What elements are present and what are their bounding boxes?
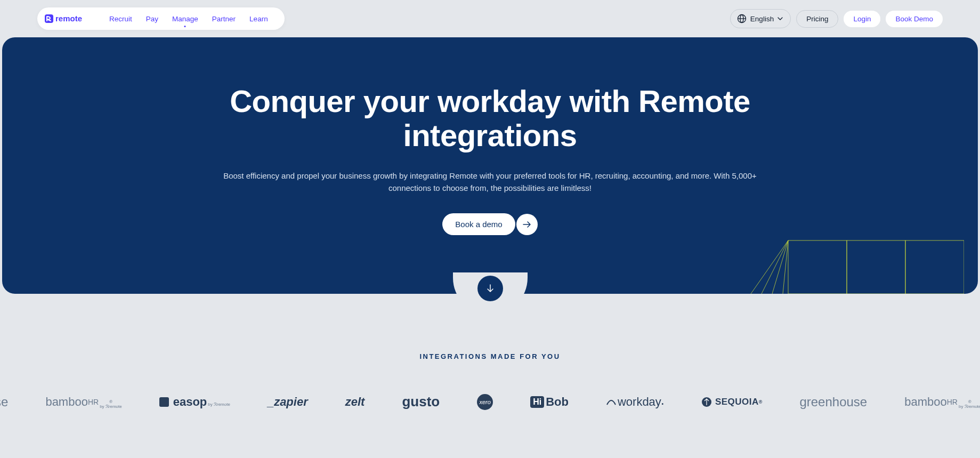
integrations-section: INTEGRATIONS MADE FOR YOU housebambooHR®…	[0, 294, 980, 431]
partner-logo-xero: xero	[477, 394, 493, 410]
svg-line-11	[783, 240, 788, 294]
language-label: English	[750, 15, 774, 23]
partner-logo-sequoia: SEQUOIA®	[701, 397, 763, 407]
book-a-demo-button[interactable]: Book a demo	[442, 213, 515, 235]
partner-logo-zelt: zelt	[345, 395, 365, 409]
arrow-right-icon	[523, 221, 531, 228]
hero-section: Conquer your workday with Remote integra…	[2, 37, 978, 294]
partner-logo-gusto: gusto	[402, 393, 440, 410]
integrations-heading: INTEGRATIONS MADE FOR YOU	[0, 352, 980, 360]
nav-item-pay[interactable]: Pay	[139, 15, 165, 23]
svg-line-9	[762, 240, 788, 294]
svg-rect-6	[847, 240, 905, 294]
header-left-pill: remote RecruitPayManagePartnerLearn	[37, 7, 285, 30]
svg-rect-7	[905, 240, 964, 294]
nav-item-manage[interactable]: Manage	[165, 15, 205, 23]
nav-item-learn[interactable]: Learn	[242, 15, 275, 23]
logo-strip: housebambooHR®by ℛremoteeasopby ℛremote_…	[0, 360, 980, 410]
language-selector[interactable]: English	[730, 9, 791, 28]
partner-logo-hibob: HiBob	[530, 395, 569, 409]
header: remote RecruitPayManagePartnerLearn Engl…	[0, 0, 980, 37]
partner-logo-easop: easopby ℛremote	[159, 395, 230, 409]
partner-logo-workday: workday.	[606, 395, 664, 409]
hero-section-wrap: Conquer your workday with Remote integra…	[0, 37, 980, 294]
hero-decoration	[735, 187, 964, 294]
nav-item-recruit[interactable]: Recruit	[102, 15, 139, 23]
svg-rect-5	[788, 240, 847, 294]
cta-arrow-button[interactable]	[516, 214, 538, 235]
nav-item-partner[interactable]: Partner	[205, 15, 242, 23]
partner-logo-greenhouse: greenhouse	[799, 395, 867, 409]
chevron-down-icon	[777, 17, 783, 20]
scroll-down-button[interactable]	[477, 276, 503, 301]
partner-logo-zapier: _zapier	[268, 395, 308, 409]
svg-rect-12	[159, 397, 169, 407]
partner-logo-bamboohr: bambooHR®by ℛremote	[45, 395, 122, 409]
pricing-button[interactable]: Pricing	[796, 10, 838, 28]
arrow-down-icon	[487, 284, 494, 293]
nav: RecruitPayManagePartnerLearn	[97, 7, 285, 30]
globe-icon	[737, 14, 747, 23]
logo[interactable]: remote	[37, 7, 97, 30]
login-button[interactable]: Login	[844, 11, 880, 27]
svg-line-8	[751, 240, 788, 294]
hero-title: Conquer your workday with Remote integra…	[218, 84, 762, 152]
svg-line-10	[772, 240, 788, 294]
book-demo-button[interactable]: Book Demo	[886, 11, 943, 27]
partner-logo-house: house	[0, 395, 8, 409]
svg-text:remote: remote	[55, 14, 82, 23]
header-right: English Pricing Login Book Demo	[730, 9, 943, 28]
hero-cta: Book a demo	[442, 213, 537, 235]
hero-subtitle: Boost efficiency and propel your busines…	[221, 170, 759, 195]
svg-rect-0	[45, 14, 53, 23]
partner-logo-bamboohr: bambooHR®by ℛremote	[904, 395, 980, 409]
